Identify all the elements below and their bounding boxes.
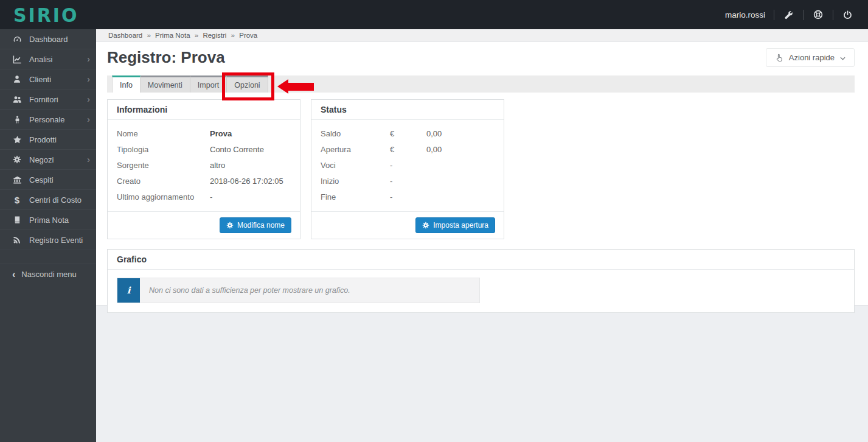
info-icon: i bbox=[117, 278, 140, 303]
sidebar-item-cespiti[interactable]: Cespiti bbox=[0, 170, 96, 190]
dashboard-gauge-icon bbox=[12, 35, 22, 44]
sidebar-item-prima-nota[interactable]: Prima Nota bbox=[0, 210, 96, 230]
row-label: Apertura bbox=[321, 144, 390, 155]
tab-import[interactable]: Import bbox=[190, 75, 227, 93]
breadcrumb-item-registri[interactable]: Registri bbox=[203, 32, 226, 39]
row-value: - bbox=[390, 192, 426, 202]
row-label: Sorgente bbox=[117, 160, 210, 170]
rss-icon bbox=[12, 236, 22, 244]
chevron-right-icon: › bbox=[87, 155, 90, 164]
modifica-nome-label: Modifica nome bbox=[237, 221, 285, 230]
row-label: Voci bbox=[321, 160, 390, 170]
sidebar-item-label: Negozi bbox=[29, 155, 54, 164]
sidebar-collapse-button[interactable]: ‹ Nascondi menu bbox=[0, 264, 96, 284]
row-value: - bbox=[210, 192, 212, 202]
quick-actions-button[interactable]: Azioni rapide bbox=[766, 48, 855, 67]
breadcrumb-item-dashboard[interactable]: Dashboard bbox=[108, 32, 142, 39]
chevron-left-icon: ‹ bbox=[12, 269, 15, 280]
chevron-right-icon: › bbox=[87, 95, 90, 103]
dollar-icon: $ bbox=[12, 195, 22, 205]
no-data-alert: i Non ci sono dati a sufficienza per pot… bbox=[117, 278, 480, 303]
chevron-right-icon: › bbox=[87, 115, 90, 124]
logout-button[interactable] bbox=[842, 9, 853, 21]
breadcrumb-item-prima-nota[interactable]: Prima Nota bbox=[155, 32, 190, 39]
row-value: 0,00 bbox=[426, 144, 442, 155]
panel-informazioni: Informazioni Nome Prova Tipologia Conto … bbox=[107, 99, 300, 239]
row-label: Saldo bbox=[321, 128, 390, 139]
row-value: - bbox=[390, 176, 426, 186]
row-value: - bbox=[390, 160, 426, 170]
chevron-right-icon: › bbox=[87, 75, 90, 83]
imposta-apertura-label: Imposta apertura bbox=[433, 221, 488, 230]
imposta-apertura-button[interactable]: Imposta apertura bbox=[415, 217, 495, 233]
panel-informazioni-title: Informazioni bbox=[108, 100, 300, 120]
status-row-inizio: Inizio - bbox=[321, 176, 495, 186]
sidebar-item-negozi[interactable]: Negozi › bbox=[0, 150, 96, 170]
star-icon bbox=[12, 135, 22, 144]
chevron-down-icon bbox=[840, 57, 845, 60]
modifica-nome-button[interactable]: Modifica nome bbox=[220, 217, 291, 233]
breadcrumb-separator: » bbox=[231, 32, 235, 39]
sidebar-item-label: Registro Eventi bbox=[29, 236, 83, 245]
row-label: Creato bbox=[117, 176, 210, 186]
row-value: 2018-06-26 17:02:05 bbox=[210, 176, 283, 186]
panel-status: Status Saldo € 0,00 Apertura € 0,00 Voci bbox=[311, 99, 504, 239]
panel-grafico-body: i Non ci sono dati a sufficienza per pot… bbox=[108, 270, 854, 312]
tab-opzioni-label: Opzioni bbox=[234, 81, 260, 89]
sidebar-item-label: Analisi bbox=[29, 55, 52, 64]
sidebar-item-label: Cespiti bbox=[29, 175, 54, 184]
sidebar-item-analisi[interactable]: Analisi › bbox=[0, 49, 96, 69]
row-value: Prova bbox=[210, 128, 232, 139]
status-row-voci: Voci - bbox=[321, 160, 495, 170]
row-label: Nome bbox=[117, 128, 210, 139]
user-icon bbox=[12, 75, 22, 83]
breadcrumb-item-prova: Prova bbox=[239, 32, 257, 39]
bank-icon bbox=[12, 175, 22, 184]
support-button[interactable] bbox=[812, 9, 824, 21]
sidebar-item-label: Clienti bbox=[29, 75, 51, 84]
tab-info[interactable]: Info bbox=[112, 75, 141, 93]
info-row-nome: Nome Prova bbox=[117, 128, 291, 139]
panel-status-footer: Imposta apertura bbox=[311, 211, 504, 239]
topbar-divider bbox=[774, 10, 774, 20]
sidebar-item-label: Centri di Costo bbox=[29, 195, 82, 205]
sidebar: Dashboard Analisi › Clienti › bbox=[0, 29, 96, 442]
status-row-saldo: Saldo € 0,00 bbox=[321, 128, 495, 139]
sidebar-item-fornitori[interactable]: Fornitori › bbox=[0, 89, 96, 110]
annotation-arrow bbox=[277, 79, 314, 94]
chevron-right-icon: › bbox=[87, 55, 90, 63]
arrow-shaft bbox=[288, 83, 314, 91]
book-icon bbox=[12, 216, 22, 224]
breadcrumb: Dashboard » Prima Nota » Registri » Prov… bbox=[96, 29, 868, 42]
page-title: Registro: Prova bbox=[107, 48, 225, 67]
topbar-divider bbox=[833, 10, 833, 20]
sidebar-item-registro-eventi[interactable]: Registro Eventi bbox=[0, 230, 96, 250]
sidebar-item-prodotti[interactable]: Prodotti bbox=[0, 130, 96, 150]
gear-icon bbox=[422, 222, 429, 229]
sidebar-item-label: Prodotti bbox=[29, 135, 57, 144]
wrench-icon bbox=[784, 10, 793, 19]
settings-wrench-button[interactable] bbox=[783, 9, 794, 21]
row-label: Tipologia bbox=[117, 144, 210, 155]
row-value: 0,00 bbox=[426, 128, 442, 139]
main-content: Dashboard » Prima Nota » Registri » Prov… bbox=[96, 29, 868, 442]
sidebar-item-dashboard[interactable]: Dashboard bbox=[0, 29, 96, 49]
tab-bar: Info Movimenti Import Opzioni bbox=[107, 75, 855, 93]
title-row: Registro: Prova Azioni rapide bbox=[107, 42, 855, 67]
sidebar-item-clienti[interactable]: Clienti › bbox=[0, 69, 96, 89]
username[interactable]: mario.rossi bbox=[725, 10, 765, 19]
panel-status-title: Status bbox=[311, 100, 504, 120]
sidebar-item-label: Personale bbox=[29, 115, 65, 124]
sidebar-item-centri-di-costo[interactable]: $ Centri di Costo bbox=[0, 190, 96, 210]
sidebar-item-personale[interactable]: Personale › bbox=[0, 110, 96, 130]
sidebar-item-label: Fornitori bbox=[29, 95, 58, 104]
row-value: altro bbox=[210, 160, 225, 170]
tab-opzioni[interactable]: Opzioni bbox=[226, 75, 268, 93]
app-logo[interactable]: SIRIO bbox=[13, 4, 79, 26]
currency-symbol: € bbox=[390, 144, 426, 155]
arrow-head bbox=[277, 79, 288, 94]
panel-grafico: Grafico i Non ci sono dati a sufficienza… bbox=[107, 249, 855, 313]
tab-movimenti[interactable]: Movimenti bbox=[140, 75, 190, 93]
topbar: SIRIO mario.rossi bbox=[0, 0, 868, 29]
life-ring-icon bbox=[813, 10, 823, 19]
